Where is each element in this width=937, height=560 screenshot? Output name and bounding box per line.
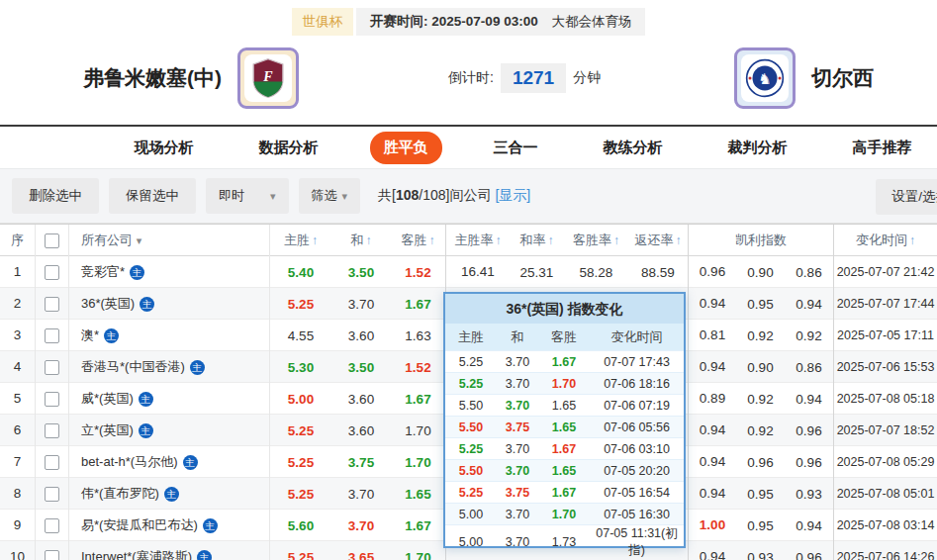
home-odds-cell[interactable]: 5.60 bbox=[270, 518, 331, 533]
row-checkbox[interactable] bbox=[45, 360, 59, 375]
kelly-draw-cell: 0.92 bbox=[736, 423, 785, 438]
row-checkbox[interactable] bbox=[45, 550, 59, 560]
away-odds-cell[interactable]: 1.52 bbox=[391, 360, 445, 375]
home-odds-cell[interactable]: 5.25 bbox=[270, 297, 331, 312]
tab-three-in-one[interactable]: 三合一 bbox=[480, 132, 552, 164]
company-cell[interactable]: 竞彩官*主 bbox=[69, 256, 270, 288]
header-change-time[interactable]: 变化时间↑ bbox=[833, 225, 937, 256]
company-name[interactable]: 竞彩官* bbox=[81, 263, 125, 281]
header-draw-odds[interactable]: 和↑ bbox=[331, 232, 391, 249]
home-odds-cell[interactable]: 5.25 bbox=[270, 550, 331, 560]
time-mode-dropdown[interactable]: 即时 ▾ bbox=[206, 178, 289, 214]
header-home-odds[interactable]: 主胜↑ bbox=[270, 232, 331, 249]
company-name[interactable]: 立*(英国) bbox=[81, 421, 134, 439]
tab-expert-picks[interactable]: 高手推荐 bbox=[839, 132, 926, 164]
away-team-name: 切尔西 bbox=[811, 64, 874, 92]
header-home-rate[interactable]: 主胜率↑ bbox=[445, 225, 510, 256]
draw-odds-cell[interactable]: 3.60 bbox=[331, 328, 391, 343]
time-mode-value: 即时 bbox=[219, 187, 244, 205]
company-name[interactable]: 伟*(直布罗陀) bbox=[81, 485, 159, 503]
header-return-rate[interactable]: 返还率↑ bbox=[628, 232, 688, 249]
sort-up-icon: ↑ bbox=[909, 233, 915, 247]
row-seq: 5 bbox=[0, 383, 36, 415]
row-checkbox[interactable] bbox=[45, 455, 59, 470]
row-checkbox[interactable] bbox=[45, 392, 59, 407]
show-link[interactable]: [显示] bbox=[495, 187, 530, 203]
row-checkbox-cell bbox=[36, 415, 69, 446]
away-odds-cell[interactable]: 1.63 bbox=[391, 328, 445, 343]
row-checkbox-cell bbox=[36, 256, 69, 288]
company-name[interactable]: 36*(英国) bbox=[81, 295, 135, 313]
company-cell[interactable]: Interwet*(塞浦路斯)主 bbox=[69, 541, 270, 560]
home-team-name: 弗鲁米嫩塞(中) bbox=[83, 64, 222, 92]
tab-win-draw-loss[interactable]: 胜平负 bbox=[370, 132, 442, 164]
company-cell[interactable]: 易*(安提瓜和巴布达)主 bbox=[69, 510, 270, 541]
home-odds-cell[interactable]: 5.00 bbox=[270, 392, 331, 407]
draw-odds-cell[interactable]: 3.70 bbox=[331, 518, 391, 533]
home-odds-cell[interactable]: 5.25 bbox=[270, 487, 331, 502]
tab-referee-analysis[interactable]: 裁判分析 bbox=[714, 132, 801, 164]
company-cell[interactable]: 伟*(直布罗陀)主 bbox=[69, 478, 270, 510]
row-checkbox[interactable] bbox=[45, 265, 59, 280]
draw-odds-cell[interactable]: 3.70 bbox=[331, 297, 391, 312]
kelly-home-cell: 1.00 bbox=[688, 510, 736, 541]
company-name[interactable]: 香港马*(中国香港) bbox=[81, 358, 185, 376]
draw-odds-cell[interactable]: 3.70 bbox=[331, 487, 391, 502]
company-name[interactable]: 易*(安提瓜和巴布达) bbox=[81, 516, 198, 534]
home-odds-cell[interactable]: 4.55 bbox=[270, 328, 331, 343]
company-name[interactable]: 威*(英国) bbox=[81, 390, 134, 408]
draw-odds-cell[interactable]: 3.50 bbox=[331, 265, 391, 280]
away-odds-cell[interactable]: 1.65 bbox=[391, 487, 445, 502]
home-odds-cell[interactable]: 5.25 bbox=[270, 455, 331, 470]
away-odds-cell[interactable]: 1.67 bbox=[391, 392, 445, 407]
draw-odds-cell[interactable]: 3.60 bbox=[331, 423, 391, 438]
table-row[interactable]: 1竞彩官*主5.403.501.5216.4125.3158.2888.590.… bbox=[0, 256, 937, 288]
draw-odds-cell[interactable]: 3.50 bbox=[331, 360, 391, 375]
settings-select-button[interactable]: 设置/选择 bbox=[876, 179, 937, 215]
return-rate-cell: 88.59 bbox=[628, 265, 688, 280]
company-name[interactable]: 澳* bbox=[81, 327, 99, 344]
keep-selected-button[interactable]: 保留选中 bbox=[109, 178, 196, 214]
away-odds-cell[interactable]: 1.70 bbox=[391, 550, 445, 560]
company-cell[interactable]: 立*(英国)主 bbox=[69, 415, 270, 446]
header-away-odds[interactable]: 客胜↑ bbox=[391, 232, 445, 249]
header-draw-rate[interactable]: 和率↑ bbox=[510, 232, 564, 249]
row-checkbox[interactable] bbox=[45, 518, 59, 533]
kelly-away-cell: 0.86 bbox=[785, 265, 833, 280]
away-team: ♞ 切尔西 bbox=[734, 47, 874, 109]
tab-coach-analysis[interactable]: 教练分析 bbox=[590, 132, 677, 164]
home-odds-cell[interactable]: 5.30 bbox=[270, 360, 331, 375]
company-name[interactable]: bet-at-h*(马尔他) bbox=[81, 453, 178, 471]
away-odds-cell[interactable]: 1.67 bbox=[391, 297, 445, 312]
delete-selected-button[interactable]: 删除选中 bbox=[12, 178, 99, 214]
caret-down-icon: ▾ bbox=[137, 234, 142, 246]
away-odds-cell[interactable]: 1.52 bbox=[391, 265, 445, 280]
company-cell[interactable]: 澳*主 bbox=[69, 320, 270, 351]
draw-odds-cell[interactable]: 3.60 bbox=[331, 392, 391, 407]
tab-data-analysis[interactable]: 数据分析 bbox=[245, 132, 332, 164]
away-odds-cell[interactable]: 1.67 bbox=[391, 518, 445, 533]
company-cell[interactable]: 36*(英国)主 bbox=[69, 288, 270, 320]
home-odds-cell[interactable]: 5.40 bbox=[270, 265, 331, 280]
header-away-rate[interactable]: 客胜率↑ bbox=[564, 232, 628, 249]
select-all-checkbox[interactable] bbox=[45, 233, 59, 248]
away-odds-cell[interactable]: 1.70 bbox=[391, 423, 445, 438]
company-cell[interactable]: 威*(英国)主 bbox=[69, 383, 270, 415]
draw-odds-cell[interactable]: 3.65 bbox=[331, 550, 391, 560]
popup-body: 5.253.701.6707-07 17:435.253.701.7007-06… bbox=[445, 350, 684, 546]
filter-dropdown[interactable]: 筛选 ▾ bbox=[299, 178, 361, 214]
company-cell[interactable]: 香港马*(中国香港)主 bbox=[69, 351, 270, 383]
company-name[interactable]: Interwet*(塞浦路斯) bbox=[81, 548, 192, 560]
draw-odds-cell[interactable]: 3.75 bbox=[331, 455, 391, 470]
tab-live-analysis[interactable]: 现场分析 bbox=[121, 132, 208, 164]
row-checkbox[interactable] bbox=[45, 328, 59, 343]
company-cell[interactable]: bet-at-h*(马尔他)主 bbox=[69, 446, 270, 478]
header-company[interactable]: 所有公司 ▾ bbox=[69, 225, 270, 256]
kelly-draw-cell: 0.95 bbox=[736, 297, 785, 312]
row-checkbox[interactable] bbox=[45, 297, 59, 312]
home-odds-cell[interactable]: 5.25 bbox=[270, 423, 331, 438]
row-checkbox[interactable] bbox=[45, 487, 59, 502]
away-odds-cell[interactable]: 1.70 bbox=[391, 455, 445, 470]
popup-home-odds: 5.50 bbox=[445, 399, 497, 413]
row-checkbox[interactable] bbox=[45, 423, 59, 438]
